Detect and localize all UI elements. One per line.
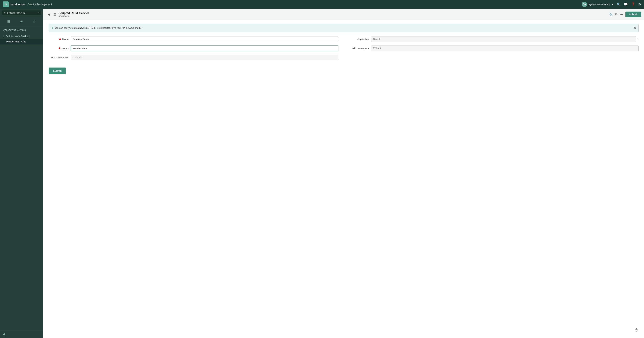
api-namespace-field-row: API namespace bbox=[349, 46, 638, 51]
api-id-input[interactable] bbox=[71, 46, 338, 51]
info-icon: ℹ bbox=[52, 26, 53, 30]
form-submit-container: Submit bbox=[49, 66, 638, 74]
application-field-with-icon: ℹ bbox=[371, 36, 638, 42]
topnav-icons: SA System Administrator ▾ 🔍 💬 ❓ ⚙ bbox=[582, 2, 641, 7]
avatar: SA bbox=[582, 2, 587, 7]
info-banner-close-button[interactable]: ✕ bbox=[634, 26, 636, 30]
back-button[interactable]: ◀ bbox=[46, 12, 51, 17]
header-actions: 📎 ⚙ ••• Submit bbox=[609, 12, 641, 17]
main-area: ▼ ✕ ☰ ★ ⏱ System Web Services ▼ Scripted… bbox=[0, 9, 644, 338]
clear-search-button[interactable]: ✕ bbox=[38, 11, 40, 14]
help-icon[interactable]: ❓ bbox=[631, 2, 635, 6]
chat-icon[interactable]: 💬 bbox=[624, 2, 628, 6]
sidebar-item-scripted-web-services[interactable]: ▼ Scripted Web Services bbox=[0, 33, 43, 39]
history-icon[interactable]: ⏱ bbox=[31, 19, 38, 24]
form-area: ℹ You can easily create a new REST API. … bbox=[43, 20, 644, 338]
header-submit-button[interactable]: Submit bbox=[626, 12, 641, 17]
sidebar-nav: System Web Services ▼ Scripted Web Servi… bbox=[0, 26, 43, 330]
content-header: ◀ ☰ Scripted REST Service New record 📎 ⚙… bbox=[43, 9, 644, 20]
sidebar-item-scripted-rest-apis[interactable]: Scripted REST APIs bbox=[0, 39, 43, 44]
sidebar-footer: ◀ bbox=[0, 330, 43, 338]
sidebar-item-system-web-services[interactable]: System Web Services bbox=[0, 26, 43, 33]
hamburger-button[interactable]: ☰ bbox=[53, 13, 56, 17]
protection-policy-label: Protection policy bbox=[49, 56, 68, 59]
sidebar-search-container: ▼ ✕ bbox=[0, 9, 43, 17]
api-namespace-input[interactable] bbox=[371, 46, 638, 51]
module-title: Service Management bbox=[28, 3, 52, 6]
application-label: Application bbox=[349, 38, 369, 41]
topnav: N servicenow. Service Management SA Syst… bbox=[0, 0, 644, 9]
api-id-label: ✱ API ID bbox=[49, 47, 68, 50]
name-field-row: ✱ Name bbox=[49, 36, 338, 42]
user-name: System Administrator bbox=[588, 3, 611, 6]
name-required-star: ✱ bbox=[59, 38, 61, 41]
form-submit-button[interactable]: Submit bbox=[49, 68, 66, 74]
application-field-row: Application ℹ bbox=[349, 36, 638, 42]
record-title-sub: New record bbox=[58, 15, 606, 17]
record-title: Scripted REST Service New record bbox=[58, 12, 606, 17]
timer-icon[interactable]: ⏱ bbox=[634, 328, 638, 332]
timer-container: ⏱ bbox=[634, 328, 638, 332]
sidebar: ▼ ✕ ☰ ★ ⏱ System Web Services ▼ Scripted… bbox=[0, 9, 43, 338]
sidebar-filter-icon: ▼ bbox=[4, 12, 6, 14]
form-grid: ✱ Name Application ℹ bbox=[49, 36, 638, 60]
application-input[interactable] bbox=[371, 36, 636, 42]
sidebar-collapse-button[interactable]: ◀ bbox=[2, 332, 5, 336]
api-namespace-label: API namespace bbox=[349, 47, 369, 50]
record-title-main: Scripted REST Service bbox=[58, 12, 606, 15]
more-options-icon[interactable]: ••• bbox=[620, 13, 623, 16]
sidebar-icons-row: ☰ ★ ⏱ bbox=[0, 17, 43, 26]
user-menu[interactable]: SA System Administrator ▾ bbox=[582, 2, 613, 7]
chevron-down-icon: ▼ bbox=[3, 35, 5, 37]
info-banner: ℹ You can easily create a new REST API. … bbox=[49, 24, 638, 32]
api-id-required-star: ✱ bbox=[58, 47, 60, 50]
protection-policy-select[interactable]: -- None -- bbox=[71, 55, 338, 60]
search-input[interactable] bbox=[7, 12, 36, 14]
settings-icon[interactable]: ⚙ bbox=[638, 2, 641, 6]
dropdown-icon: ▾ bbox=[612, 3, 613, 6]
logo-text: servicenow. bbox=[10, 3, 26, 6]
api-id-field-row: ✱ API ID bbox=[49, 46, 338, 51]
protection-policy-field-row: Protection policy -- None -- bbox=[49, 55, 338, 60]
name-label: ✱ Name bbox=[49, 38, 68, 41]
logo: N servicenow. bbox=[3, 2, 26, 7]
sidebar-search-inner: ▼ ✕ bbox=[2, 11, 41, 15]
name-input[interactable] bbox=[71, 36, 338, 42]
attach-icon[interactable]: 📎 bbox=[609, 13, 613, 17]
info-banner-text: You can easily create a new REST API. To… bbox=[55, 27, 636, 29]
svg-text:N: N bbox=[5, 3, 7, 6]
application-info-icon[interactable]: ℹ bbox=[638, 37, 638, 41]
adjust-icon[interactable]: ⚙ bbox=[615, 13, 618, 17]
content-area: ◀ ☰ Scripted REST Service New record 📎 ⚙… bbox=[43, 9, 644, 338]
favorites-icon[interactable]: ★ bbox=[18, 19, 24, 24]
servicenow-logo: N bbox=[3, 2, 9, 7]
list-view-icon[interactable]: ☰ bbox=[6, 19, 12, 24]
search-icon[interactable]: 🔍 bbox=[616, 2, 620, 6]
